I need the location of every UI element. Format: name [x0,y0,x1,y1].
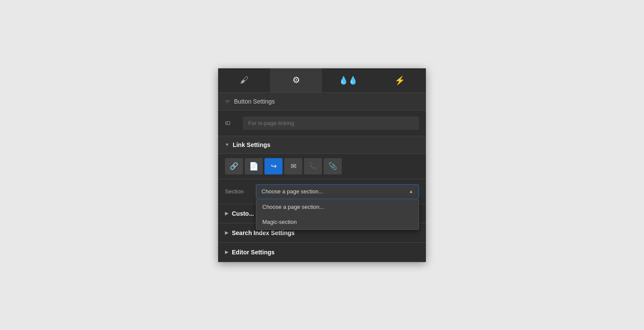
button-settings-label: Button Settings [234,98,275,105]
dropdown-default-label: Choose a page section... [262,204,324,210]
link-type-email[interactable]: ✉ [284,158,302,174]
link-type-phone[interactable]: 📞 [304,158,322,174]
section-select-row: Section Choose a page section... ▲ Choos… [218,179,426,204]
section-select-button[interactable]: Choose a page section... ▲ [256,184,419,199]
chevron-right-icon-3: ▶ [225,250,228,254]
chevron-right-icon-2: ▶ [225,230,228,235]
dropdown-item-magic[interactable]: Magic-section [256,214,419,229]
tab-design[interactable]: 💧💧 [322,68,374,92]
phone-icon: 📞 [309,162,317,170]
email-icon: ✉ [291,162,296,170]
link-type-row: 🔗 📄 ↪ ✉ 📞 📎 [218,154,426,179]
link-type-section[interactable]: ↪ [264,158,283,174]
gear-icon: ⚙ [292,75,300,85]
lightning-icon: ⚡ [395,75,405,86]
file-icon: 📎 [328,162,337,170]
section-select-value: Choose a page section... [261,188,323,195]
tab-style[interactable]: 🖌 [218,68,270,92]
search-index-settings-label: Search Index Settings [232,229,295,236]
link-type-url[interactable]: 🔗 [225,158,243,174]
brush-icon: 🖌 [240,75,249,85]
chevron-right-icon: ▶ [225,211,228,216]
section-label: Section [225,184,251,195]
page-icon: 📄 [249,162,258,171]
id-input[interactable] [243,116,419,130]
section-select-wrapper: Choose a page section... ▲ Choose a page… [256,184,419,199]
link-type-file[interactable]: 📎 [324,158,342,174]
tab-bar: 🖌 ⚙ 💧💧 ⚡ [218,68,426,93]
chevron-up-icon: ▲ [409,189,413,194]
section-dropdown: Choose a page section... Magic-section [256,199,419,230]
link-icon: 🔗 [230,162,238,170]
id-field-row: ID [218,110,426,136]
editor-settings-label: Editor Settings [232,249,275,256]
tab-advanced[interactable]: ⚡ [374,68,426,92]
link-type-page[interactable]: 📄 [245,158,263,174]
hand-icon: ☞ [225,98,231,105]
chevron-down-icon: ▼ [225,142,229,147]
editor-settings-section[interactable]: ▶ Editor Settings [218,243,426,262]
dropdown-magic-label: Magic-section [262,219,297,225]
tab-settings[interactable]: ⚙ [270,68,322,92]
droplets-icon: 💧💧 [339,76,358,85]
section-icon: ↪ [271,162,276,170]
dropdown-item-default[interactable]: Choose a page section... [256,199,419,214]
id-label: ID [225,120,238,126]
custom-settings-label: Custo... [232,210,254,217]
settings-panel: 🖌 ⚙ 💧💧 ⚡ ☞ Button Settings ID ▼ Link Set… [218,68,426,262]
link-settings-header[interactable]: ▼ Link Settings [218,136,426,154]
button-settings-header: ☞ Button Settings [218,93,426,110]
link-settings-label: Link Settings [233,141,270,148]
